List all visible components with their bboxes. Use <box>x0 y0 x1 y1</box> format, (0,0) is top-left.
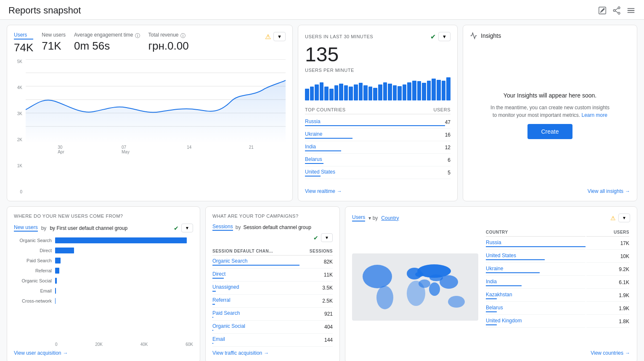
map-country-link[interactable]: Kazakhstan <box>486 292 512 298</box>
campaign-name[interactable]: Referral <box>212 297 231 303</box>
campaign-name[interactable]: Direct <box>212 271 225 277</box>
hbar-bar <box>55 258 61 264</box>
country-link[interactable]: United States <box>305 169 335 175</box>
svg-point-22 <box>429 274 443 281</box>
hbar-bar <box>55 237 187 243</box>
view-countries-link[interactable]: View countries → <box>352 347 630 356</box>
countries-table-body: Russia 17K United States 10K Ukraine 9.2… <box>486 237 629 328</box>
metrics-dropdown[interactable]: ▼ <box>273 32 286 41</box>
more-icon[interactable] <box>626 6 636 15</box>
create-button[interactable]: Create <box>527 124 572 139</box>
new-users-subtitle[interactable]: New users <box>14 224 38 232</box>
realtime-bar <box>315 84 319 100</box>
top-countries-col-header: TOP COUNTRIES <box>305 107 346 112</box>
campaign-name[interactable]: Organic Search <box>212 258 247 264</box>
acq-dropdown[interactable]: ▼ <box>181 224 193 232</box>
campaign-name[interactable]: Paid Search <box>212 310 240 316</box>
hbar-bar-container <box>55 298 193 304</box>
hbar-bar-container <box>55 268 193 274</box>
channel-col-header: SESSION DEFAULT CHAN... <box>212 247 299 256</box>
realtime-dropdown[interactable]: ▼ <box>438 32 451 41</box>
hbar-row: Paid Search <box>14 258 193 264</box>
map-country-link[interactable]: United States <box>486 253 516 258</box>
campaign-bar <box>212 317 213 318</box>
map-country-bar <box>486 272 540 273</box>
country-dimension-label[interactable]: Country <box>381 215 399 221</box>
acq-check-icon: ✔ <box>174 225 179 232</box>
hbar-label: Organic Social <box>14 278 52 283</box>
view-all-insights-link[interactable]: View all insights → <box>470 185 630 194</box>
realtime-bar <box>432 79 436 100</box>
arrow-right-icon-insights: → <box>625 188 630 194</box>
users-label[interactable]: Users <box>14 32 33 40</box>
users-value: 74K <box>14 41 33 54</box>
map-country-bar <box>486 298 497 299</box>
svg-point-14 <box>376 286 393 309</box>
revenue-value: грн.0.00 <box>148 40 189 53</box>
realtime-card: USERS IN LAST 30 MINUTES ✔ ▼ 135 USERS P… <box>298 25 458 201</box>
revenue-info-icon[interactable]: ⓘ <box>180 32 186 40</box>
map-country-link[interactable]: United Kingdom <box>486 318 522 324</box>
campaign-row: Unassigned 3.5K <box>212 282 333 295</box>
arrow-right-icon: → <box>337 188 342 194</box>
campaign-name[interactable]: Email <box>212 336 225 342</box>
realtime-count: 135 <box>305 43 451 66</box>
world-map-svg <box>352 253 478 321</box>
svg-point-13 <box>363 265 392 288</box>
country-link[interactable]: Belarus <box>305 156 322 162</box>
map-country-bar <box>486 259 545 260</box>
learn-more-link[interactable]: Learn more <box>582 112 607 118</box>
map-country-link[interactable]: India <box>486 279 497 285</box>
sessions-label[interactable]: Sessions <box>212 224 233 231</box>
realtime-bar <box>329 89 334 100</box>
engagement-label: Average engagement time <box>74 32 133 38</box>
engagement-info-icon[interactable]: ⓘ <box>135 32 140 40</box>
view-traffic-link[interactable]: View traffic acquisition → <box>212 347 333 356</box>
country-link[interactable]: Russia <box>305 119 321 124</box>
by-label3: ▾ by <box>368 215 378 221</box>
campaign-name[interactable]: Organic Social <box>212 323 245 329</box>
x-label-4: 21 <box>249 145 254 154</box>
svg-point-18 <box>419 279 430 288</box>
world-map <box>352 227 478 347</box>
realtime-bar <box>446 77 451 100</box>
insights-body: Your Insights will appear here soon. In … <box>470 46 630 185</box>
realtime-bar <box>349 87 353 100</box>
view-acquisition-link[interactable]: View user acquisition → <box>14 347 193 356</box>
map-country-link[interactable]: Belarus <box>486 305 503 311</box>
svg-point-19 <box>429 282 440 296</box>
map-country-row: Ukraine 9.2K <box>486 264 629 276</box>
realtime-bar <box>334 85 339 100</box>
by-label2: by <box>236 224 241 230</box>
channel-group-dropdown[interactable]: by First user default channel group <box>50 225 127 231</box>
users-metric-label[interactable]: Users <box>352 214 365 221</box>
countries-table: TOP COUNTRIES USERS Russia 47 Ukraine 16… <box>305 105 451 179</box>
map-country-link[interactable]: Ukraine <box>486 266 503 271</box>
share-icon[interactable] <box>612 6 621 15</box>
country-row: United States 5 <box>305 166 451 179</box>
campaign-name[interactable]: Unassigned <box>212 284 239 290</box>
hbar-label: Paid Search <box>14 258 52 263</box>
country-value: 47 <box>445 119 451 125</box>
country-link[interactable]: India <box>305 144 316 150</box>
view-realtime-link[interactable]: View realtime → <box>305 185 451 194</box>
session-channel-dropdown[interactable]: Session default channel group <box>243 224 311 230</box>
svg-line-4 <box>615 8 618 10</box>
edit-icon[interactable] <box>598 6 607 15</box>
insights-header: Insights <box>470 32 630 40</box>
map-country-link[interactable]: Russia <box>486 240 501 245</box>
campaign-value: 404 <box>324 324 333 330</box>
hbar-chart: Organic Search Direct Paid Search Referr… <box>14 237 193 340</box>
realtime-bar <box>427 81 431 100</box>
campaign-row: Organic Search 82K <box>212 256 333 269</box>
svg-point-2 <box>613 10 615 12</box>
realtime-bar-chart <box>305 75 451 100</box>
realtime-bar <box>310 87 314 100</box>
countries-dropdown[interactable]: ▼ <box>618 213 630 222</box>
campaigns-section-title: WHAT ARE YOUR TOP CAMPAIGNS? <box>212 213 333 219</box>
map-country-row: United Kingdom 1.8K <box>486 316 629 328</box>
campaign-value: 11K <box>324 272 333 278</box>
insights-title: Insights <box>481 32 501 39</box>
country-link[interactable]: Ukraine <box>305 131 322 137</box>
camp-dropdown[interactable]: ▼ <box>321 233 333 242</box>
